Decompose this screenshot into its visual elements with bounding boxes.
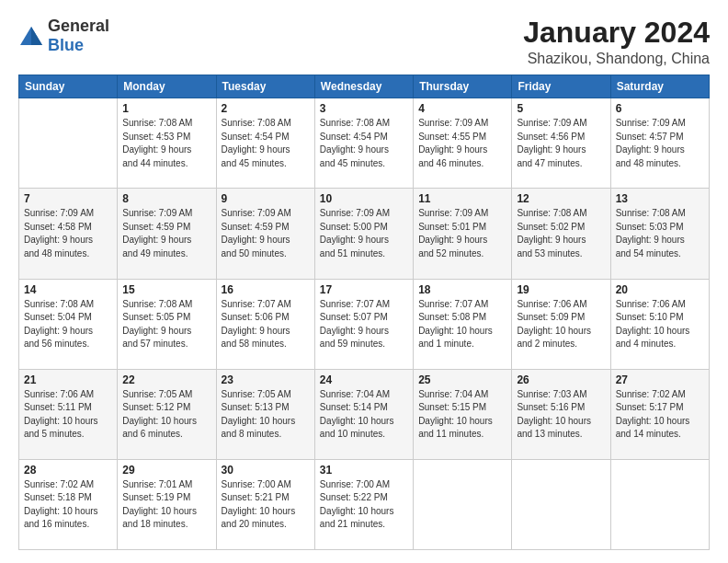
day-number: 16 [222,283,310,296]
calendar-cell: 20Sunrise: 7:06 AMSunset: 5:10 PMDayligh… [610,279,709,369]
day-info: Sunrise: 7:09 AMSunset: 4:58 PMDaylight:… [24,207,112,260]
day-number: 18 [418,283,506,296]
calendar-cell [19,98,118,189]
day-number: 22 [122,373,210,386]
day-number: 2 [222,102,310,115]
calendar-cell: 9Sunrise: 7:09 AMSunset: 4:59 PMDaylight… [216,189,314,279]
day-info: Sunrise: 7:09 AMSunset: 4:59 PMDaylight:… [222,207,310,260]
calendar-cell: 28Sunrise: 7:02 AMSunset: 5:18 PMDayligh… [19,459,118,549]
day-number: 4 [418,102,506,115]
calendar-cell: 11Sunrise: 7:09 AMSunset: 5:01 PMDayligh… [414,189,512,279]
calendar-cell: 22Sunrise: 7:05 AMSunset: 5:12 PMDayligh… [118,369,216,459]
calendar-cell: 18Sunrise: 7:07 AMSunset: 5:08 PMDayligh… [414,279,512,369]
day-number: 30 [222,464,310,477]
day-info: Sunrise: 7:08 AMSunset: 5:05 PMDaylight:… [122,298,210,351]
day-info: Sunrise: 7:02 AMSunset: 5:18 PMDaylight:… [24,478,112,532]
day-number: 6 [616,102,704,115]
calendar-header-monday: Monday [118,75,216,98]
calendar-cell: 17Sunrise: 7:07 AMSunset: 5:07 PMDayligh… [314,279,413,369]
calendar-cell: 8Sunrise: 7:09 AMSunset: 4:59 PMDaylight… [118,189,216,279]
day-info: Sunrise: 7:05 AMSunset: 5:13 PMDaylight:… [222,388,310,442]
day-info: Sunrise: 7:08 AMSunset: 4:54 PMDaylight:… [222,117,310,170]
day-info: Sunrise: 7:08 AMSunset: 4:54 PMDaylight:… [320,117,408,170]
calendar-cell: 29Sunrise: 7:01 AMSunset: 5:19 PMDayligh… [118,459,216,549]
day-info: Sunrise: 7:04 AMSunset: 5:15 PMDaylight:… [418,388,506,442]
day-info: Sunrise: 7:08 AMSunset: 5:02 PMDaylight:… [517,207,605,260]
calendar-cell: 4Sunrise: 7:09 AMSunset: 4:55 PMDaylight… [414,98,512,189]
calendar-header-friday: Friday [512,75,610,98]
day-number: 14 [24,283,112,296]
calendar-cell: 27Sunrise: 7:02 AMSunset: 5:17 PMDayligh… [610,369,709,459]
day-info: Sunrise: 7:02 AMSunset: 5:17 PMDaylight:… [616,388,704,442]
day-info: Sunrise: 7:08 AMSunset: 4:53 PMDaylight:… [122,117,210,170]
calendar-header-saturday: Saturday [610,75,709,98]
svg-marker-1 [31,27,42,45]
day-number: 13 [616,192,704,205]
day-info: Sunrise: 7:09 AMSunset: 4:57 PMDaylight:… [616,117,704,170]
calendar-cell: 15Sunrise: 7:08 AMSunset: 5:05 PMDayligh… [118,279,216,369]
logo-icon [18,25,44,47]
day-number: 25 [418,373,506,386]
calendar-cell: 31Sunrise: 7:00 AMSunset: 5:22 PMDayligh… [314,459,413,549]
day-info: Sunrise: 7:07 AMSunset: 5:08 PMDaylight:… [418,298,506,351]
day-number: 23 [222,373,310,386]
day-number: 29 [122,464,210,477]
calendar-cell [414,459,512,549]
day-info: Sunrise: 7:08 AMSunset: 5:04 PMDaylight:… [24,298,112,351]
day-number: 9 [222,192,310,205]
day-info: Sunrise: 7:07 AMSunset: 5:07 PMDaylight:… [320,298,408,351]
day-info: Sunrise: 7:01 AMSunset: 5:19 PMDaylight:… [122,478,210,532]
calendar-cell: 23Sunrise: 7:05 AMSunset: 5:13 PMDayligh… [216,369,314,459]
logo: General Blue [18,17,109,55]
calendar-cell: 19Sunrise: 7:06 AMSunset: 5:09 PMDayligh… [512,279,610,369]
day-info: Sunrise: 7:09 AMSunset: 4:59 PMDaylight:… [122,207,210,260]
calendar-cell: 26Sunrise: 7:03 AMSunset: 5:16 PMDayligh… [512,369,610,459]
calendar-cell: 1Sunrise: 7:08 AMSunset: 4:53 PMDaylight… [118,98,216,189]
day-number: 21 [24,373,112,386]
page-subtitle: Shazikou, Shandong, China [523,51,710,67]
day-number: 31 [320,464,408,477]
day-number: 20 [616,283,704,296]
calendar-cell [610,459,709,549]
title-block: January 2024 Shazikou, Shandong, China [523,17,710,67]
day-info: Sunrise: 7:09 AMSunset: 5:00 PMDaylight:… [320,207,408,260]
calendar-cell: 12Sunrise: 7:08 AMSunset: 5:02 PMDayligh… [512,189,610,279]
day-number: 28 [24,464,112,477]
calendar-cell [512,459,610,549]
logo-blue: Blue [48,36,84,54]
day-number: 27 [616,373,704,386]
calendar-cell: 6Sunrise: 7:09 AMSunset: 4:57 PMDaylight… [610,98,709,189]
day-info: Sunrise: 7:09 AMSunset: 5:01 PMDaylight:… [418,207,506,260]
day-number: 19 [517,283,605,296]
day-number: 8 [122,192,210,205]
day-number: 7 [24,192,112,205]
day-number: 17 [320,283,408,296]
day-number: 3 [320,102,408,115]
calendar-cell: 21Sunrise: 7:06 AMSunset: 5:11 PMDayligh… [19,369,118,459]
day-info: Sunrise: 7:05 AMSunset: 5:12 PMDaylight:… [122,388,210,442]
calendar-cell: 13Sunrise: 7:08 AMSunset: 5:03 PMDayligh… [610,189,709,279]
calendar-cell: 14Sunrise: 7:08 AMSunset: 5:04 PMDayligh… [19,279,118,369]
day-info: Sunrise: 7:06 AMSunset: 5:11 PMDaylight:… [24,388,112,442]
calendar-cell: 25Sunrise: 7:04 AMSunset: 5:15 PMDayligh… [414,369,512,459]
day-number: 10 [320,192,408,205]
calendar-header-wednesday: Wednesday [314,75,413,98]
calendar-cell: 5Sunrise: 7:09 AMSunset: 4:56 PMDaylight… [512,98,610,189]
day-info: Sunrise: 7:06 AMSunset: 5:10 PMDaylight:… [616,298,704,351]
day-info: Sunrise: 7:09 AMSunset: 4:55 PMDaylight:… [418,117,506,170]
day-number: 24 [320,373,408,386]
day-number: 11 [418,192,506,205]
logo-general: General [48,17,109,35]
day-info: Sunrise: 7:09 AMSunset: 4:56 PMDaylight:… [517,117,605,170]
day-number: 5 [517,102,605,115]
day-number: 1 [122,102,210,115]
day-info: Sunrise: 7:00 AMSunset: 5:21 PMDaylight:… [222,478,310,532]
calendar-table: SundayMondayTuesdayWednesdayThursdayFrid… [18,75,710,550]
day-info: Sunrise: 7:00 AMSunset: 5:22 PMDaylight:… [320,478,408,532]
calendar-header-thursday: Thursday [414,75,512,98]
calendar-cell: 3Sunrise: 7:08 AMSunset: 4:54 PMDaylight… [314,98,413,189]
calendar-cell: 30Sunrise: 7:00 AMSunset: 5:21 PMDayligh… [216,459,314,549]
day-number: 26 [517,373,605,386]
calendar-cell: 10Sunrise: 7:09 AMSunset: 5:00 PMDayligh… [314,189,413,279]
day-info: Sunrise: 7:08 AMSunset: 5:03 PMDaylight:… [616,207,704,260]
